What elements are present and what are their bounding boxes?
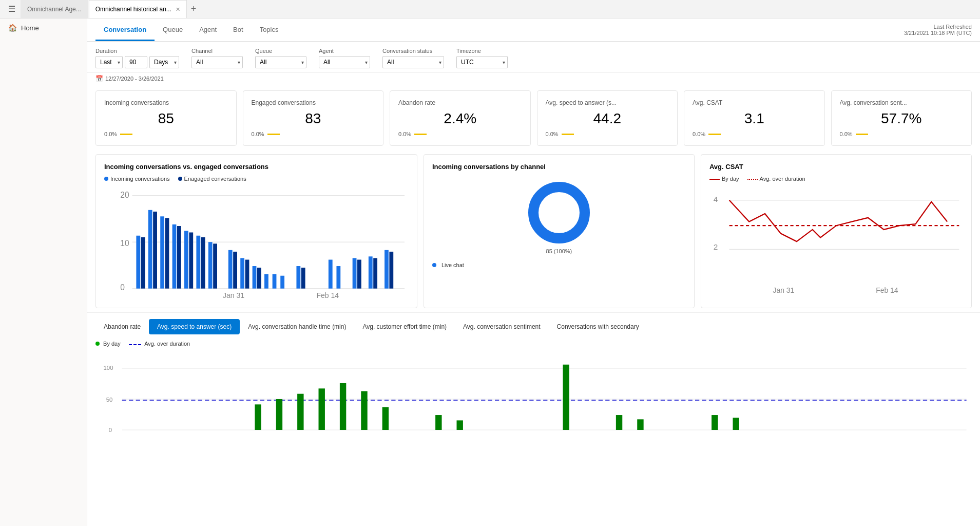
tab-queue[interactable]: Queue [155,18,191,41]
filter-duration: Duration Last Days [95,48,179,68]
home-icon: 🏠 [8,24,17,32]
tab-topics[interactable]: Topics [252,18,287,41]
main-layout: 🏠 Home Conversation Queue Agent Bot Topi… [0,18,980,526]
bar-chart-svg: 20 10 0 [104,186,409,298]
legend-by-day: By day [709,176,739,182]
sidebar-item-home[interactable]: 🏠 Home [0,18,87,37]
kpi-avg-csat: Avg. CSAT 3.1 0.0% [684,90,825,146]
legend-circle-byday [95,342,100,346]
kpi-footer: 0.0% [398,131,522,137]
conversation-status-label: Conversation status [382,48,444,54]
nav-tabs: Conversation Queue Agent Bot Topics Last… [87,18,980,42]
svg-rect-36 [712,415,718,430]
donut-legend: Live chat [432,262,686,268]
channel-select[interactable]: All [191,56,243,68]
tab-agent[interactable]: Agent [191,18,225,41]
svg-text:10: 10 [120,239,129,248]
kpi-change: 0.0% [693,131,705,137]
legend-dashed-avg [129,344,141,345]
kpi-footer: 0.0% [252,131,375,137]
legend-avg-duration: Avg. over duration [129,341,190,347]
duration-value-input[interactable] [125,56,147,68]
bar [148,210,152,289]
svg-text:0: 0 [120,283,125,292]
kpi-value: 2.4% [398,110,522,127]
svg-rect-27 [319,389,325,430]
last-refreshed: Last Refreshed 3/21/2021 10:18 PM (UTC) [904,24,972,36]
add-tab-button[interactable]: + [188,3,200,15]
svg-text:0: 0 [109,427,112,434]
line-chart-svg: 4 2 Jan 31 Feb 14 [709,186,963,297]
agent-select[interactable]: All [319,56,370,68]
duration-unit-select[interactable]: Days [149,56,179,68]
bar [280,276,284,289]
calendar-icon: 📅 [95,75,103,82]
kpi-avg-speed: Avg. speed to answer (s... 44.2 0.0% [537,90,678,146]
svg-rect-30 [382,407,389,430]
bar [389,252,393,289]
kpi-value: 83 [252,110,375,127]
kpi-change: 0.0% [252,131,264,137]
tab-omnichannel-historical[interactable]: Omnichannel historical an... ✕ [89,0,187,18]
bar [153,212,157,289]
svg-text:Jan 31: Jan 31 [223,291,244,299]
bottom-chart-legend: By day Avg. over duration [95,341,972,347]
legend-by-day-label: By day [103,341,121,347]
bar [233,252,237,289]
bar [245,260,249,289]
kpi-row: Incoming conversations 85 0.0% Engaged c… [87,82,980,150]
legend-line-byday [709,179,720,180]
svg-text:Feb 14: Feb 14 [876,286,898,294]
bar [184,231,188,288]
bottom-tab-effort[interactable]: Avg. customer effort time (min) [354,319,455,334]
kpi-footer: 0.0% [546,131,669,137]
tab-conversation[interactable]: Conversation [95,18,155,41]
timezone-select[interactable]: UTC [456,56,508,68]
kpi-footer: 0.0% [840,131,964,137]
last-refreshed-label: Last Refreshed [904,24,972,30]
queue-select[interactable]: All [255,56,306,68]
legend-dot-incoming [104,177,108,181]
agent-label: Agent [319,48,370,54]
svg-text:100: 100 [104,365,113,371]
duration-preset-select[interactable]: Last [95,56,123,68]
bottom-tab-sentiment[interactable]: Avg. conversation sentiment [455,319,549,334]
svg-rect-28 [340,383,346,430]
svg-text:2: 2 [714,242,718,251]
bottom-tab-speed[interactable]: Avg. speed to answer (sec) [149,319,240,334]
bar [301,268,305,289]
bottom-tab-abandon[interactable]: Abandon rate [95,319,149,334]
kpi-footer: 0.0% [693,131,816,137]
kpi-footer: 0.0% [104,131,228,137]
bar [228,250,233,289]
kpi-trend-bar [562,134,574,135]
kpi-trend-bar [414,134,427,135]
bottom-tab-handle[interactable]: Avg. conversation handle time (min) [240,319,354,334]
kpi-title: Engaged conversations [252,99,375,106]
menu-button[interactable]: ☰ [4,2,20,16]
kpi-change: 0.0% [840,131,853,137]
tab-bot[interactable]: Bot [225,18,252,41]
kpi-abandon-rate: Abandon rate 2.4% 0.0% [390,90,531,146]
sidebar-item-label: Home [21,24,39,32]
bar [273,274,277,289]
svg-rect-33 [563,365,569,430]
kpi-incoming-conversations: Incoming conversations 85 0.0% [95,90,237,146]
legend-engaged: Enagaged conversations [178,176,246,182]
bar [141,237,145,289]
kpi-trend-bar [708,134,721,135]
tab-omnichannel-agent[interactable]: Omnichannel Age... [21,0,88,18]
bar-chart-title: Incoming conversations vs. engaged conve… [104,163,409,171]
conversation-status-select[interactable]: All [382,56,444,68]
close-tab-icon[interactable]: ✕ [176,6,180,13]
bottom-tab-secondary[interactable]: Conversations with secondary [549,319,647,334]
bar [373,258,377,288]
svg-rect-32 [456,421,463,430]
donut-svg [526,179,592,246]
bar [240,258,244,288]
filter-agent: Agent All [319,48,370,68]
donut-label: 85 (100%) [546,248,572,254]
tab-label: Omnichannel historical an... [95,6,171,13]
date-range-text: 12/27/2020 - 3/26/2021 [105,76,164,82]
bottom-chart: By day Avg. over duration 100 50 0 [87,334,980,455]
